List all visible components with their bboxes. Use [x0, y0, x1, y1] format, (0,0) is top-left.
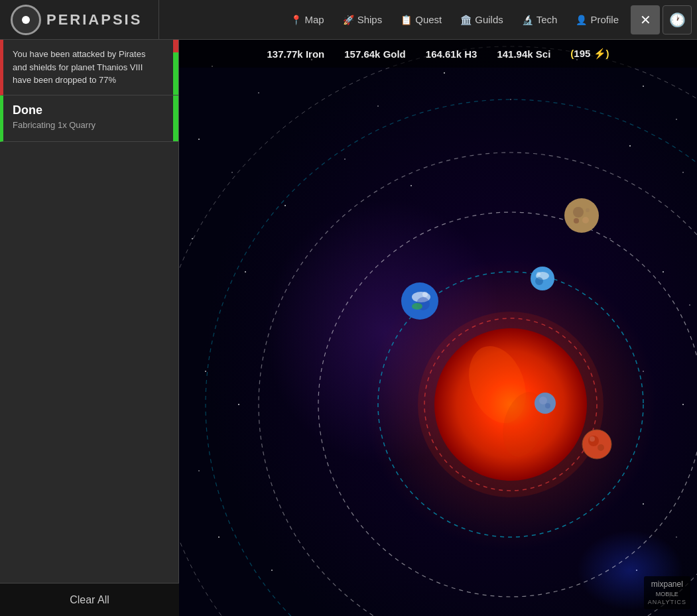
navbar: PERIAPSIS 📍 Map 🚀 Ships 📋 Quest 🏛️ Guild…	[0, 0, 697, 40]
svg-point-67	[586, 208, 590, 212]
sci-label: Sci	[536, 48, 551, 60]
nav-tech[interactable]: 🔬 Tech	[513, 9, 567, 31]
svg-point-61	[539, 397, 547, 404]
energy-value: 195	[574, 48, 590, 59]
energy-icon: ⚡	[594, 48, 606, 59]
iron-label: Iron	[306, 48, 324, 60]
sci-resource: 141.94k Sci	[497, 48, 550, 60]
done-notification: Done Fabricating 1x Quarry	[0, 95, 178, 142]
nav-quest[interactable]: 📋 Quest	[391, 9, 451, 31]
svg-point-22	[205, 371, 206, 372]
profile-icon: 👤	[576, 15, 587, 25]
svg-point-6	[510, 99, 511, 99]
svg-point-62	[545, 403, 550, 408]
svg-point-59	[422, 292, 428, 297]
guilds-icon: 🏛️	[460, 15, 472, 25]
map-area[interactable]: 137.77k Iron 157.64k Gold 164.61k H3 141…	[179, 40, 697, 616]
resources-bar: 137.77k Iron 157.64k Gold 164.61k H3 141…	[179, 40, 697, 68]
svg-point-64	[573, 207, 584, 217]
tech-icon: 🔬	[522, 15, 533, 25]
svg-point-9	[676, 119, 677, 120]
mixpanel-badge: mixpanel MOBILE ANALYTICS	[644, 576, 690, 609]
svg-point-10	[198, 139, 200, 140]
svg-point-49	[598, 444, 604, 451]
svg-point-21	[689, 304, 690, 306]
svg-point-14	[411, 185, 412, 186]
done-title: Done	[13, 103, 169, 117]
h3-label: H3	[464, 48, 477, 60]
mixpanel-analytics: ANALYTICS	[648, 598, 686, 607]
attack-notification: You have been attacked by Pirates and sh…	[0, 40, 178, 95]
svg-point-53	[535, 277, 543, 285]
svg-point-20	[663, 271, 664, 273]
svg-point-23	[238, 404, 239, 405]
svg-point-8	[643, 86, 644, 87]
energy-resource: (195 ⚡)	[570, 48, 609, 60]
svg-point-12	[285, 205, 286, 206]
clear-all-button[interactable]: Clear All	[0, 583, 179, 616]
svg-point-65	[582, 217, 589, 223]
nav-guilds[interactable]: 🏛️ Guilds	[451, 9, 513, 31]
attack-bar	[173, 40, 178, 95]
svg-point-13	[344, 158, 346, 160]
svg-point-15	[629, 145, 631, 147]
close-button[interactable]: ✕	[631, 5, 660, 34]
logo: PERIAPSIS	[0, 0, 159, 40]
svg-point-54	[537, 272, 540, 276]
svg-point-16	[682, 172, 684, 173]
space-background	[179, 40, 697, 616]
clock-button[interactable]: 🕐	[663, 5, 692, 34]
svg-point-28	[676, 536, 676, 537]
h3-resource: 164.61k H3	[426, 48, 477, 60]
nav-ships[interactable]: 🚀 Ships	[334, 9, 392, 31]
svg-point-29	[218, 536, 220, 538]
svg-point-2	[258, 92, 259, 93]
nav-map[interactable]: 📍 Map	[281, 9, 334, 31]
logo-icon	[11, 5, 41, 35]
svg-point-66	[574, 218, 579, 223]
svg-point-27	[643, 503, 644, 505]
svg-point-19	[609, 238, 610, 239]
svg-point-58	[412, 303, 422, 310]
ships-icon: 🚀	[343, 15, 354, 25]
logo-text: PERIAPSIS	[46, 11, 142, 29]
svg-point-26	[198, 470, 200, 471]
svg-point-17	[192, 238, 193, 239]
quest-icon: 📋	[401, 15, 412, 25]
iron-resource: 137.77k Iron	[267, 48, 324, 60]
gold-resource: 157.64k Gold	[344, 48, 406, 60]
svg-point-25	[682, 404, 684, 405]
done-bar	[173, 95, 178, 141]
done-subtitle: Fabricating 1x Quarry	[13, 120, 169, 130]
gold-value: 157.64k	[344, 48, 380, 60]
svg-point-18	[245, 271, 246, 273]
h3-value: 164.61k	[426, 48, 462, 60]
svg-point-5	[444, 72, 445, 74]
left-panel: You have been attacked by Pirates and sh…	[0, 40, 179, 616]
sci-value: 141.94k	[497, 48, 533, 60]
map-icon: 📍	[290, 15, 302, 25]
attack-text: You have been attacked by Pirates and sh…	[13, 48, 169, 87]
svg-point-11	[231, 172, 232, 172]
attack-bar-fill	[173, 52, 178, 95]
svg-point-50	[590, 436, 595, 442]
mixpanel-mobile: MOBILE	[648, 590, 686, 599]
nav-profile[interactable]: 👤 Profile	[566, 9, 628, 31]
svg-point-30	[271, 570, 273, 571]
mixpanel-label: mixpanel	[648, 579, 686, 590]
gold-label: Gold	[383, 48, 406, 60]
iron-value: 137.77k	[267, 48, 302, 60]
nav-items: 📍 Map 🚀 Ships 📋 Quest 🏛️ Guilds 🔬 Tech 👤…	[159, 5, 697, 34]
svg-point-4	[377, 105, 379, 107]
